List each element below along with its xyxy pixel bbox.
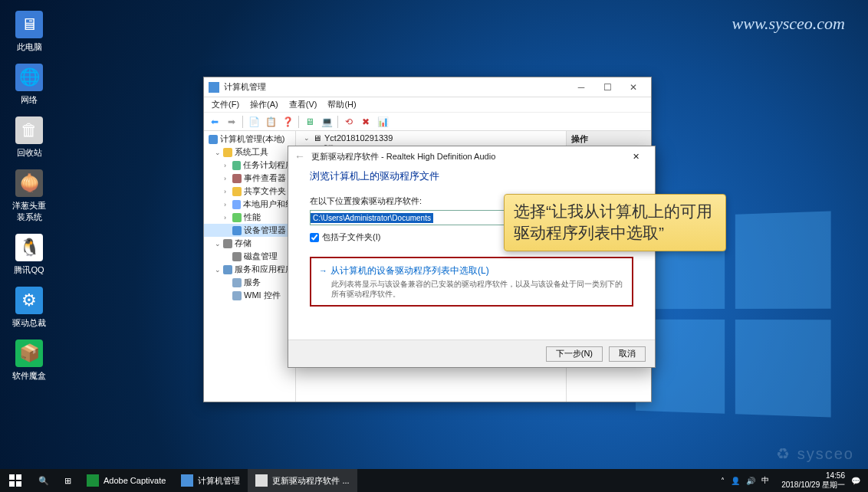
taskbar-search-icon[interactable]: 🔍	[31, 469, 57, 492]
tray-clock[interactable]: 14:56 2018/10/29 星期一	[775, 471, 845, 490]
watermark-url: www.sysceo.com	[732, 14, 845, 34]
watermark-brand: ♻ sysceo	[776, 444, 854, 463]
tree-systools[interactable]: ⌄系统工具	[204, 146, 295, 159]
mgmt-menubar: 文件(F) 操作(A) 查看(V) 帮助(H)	[204, 97, 651, 113]
desktop-icons: 🖥此电脑 🌐网络 🗑回收站 🧅洋葱头重装系统 🐧腾讯QQ ⚙驱动总裁 📦软件魔盒	[6, 6, 52, 392]
tool-icon[interactable]: 📊	[375, 114, 390, 130]
icon-reinstall[interactable]: 🧅洋葱头重装系统	[11, 169, 48, 223]
tree-perf[interactable]: ›性能	[204, 211, 295, 224]
system-tray[interactable]: ˄ 👤 🔊 中 14:56 2018/10/29 星期一 💬	[713, 471, 868, 490]
start-button[interactable]	[0, 469, 31, 492]
icon-network[interactable]: 🌐网络	[11, 64, 48, 106]
mgmt-icon	[209, 82, 219, 93]
mgmt-toolbar: ⬅ ➡ 📄 📋 ❓ 🖥 💻 ⟲ ✖ 📊	[204, 113, 651, 131]
path-value: C:\Users\Administrator\Documents	[311, 213, 433, 223]
maximize-button[interactable]: ☐	[594, 79, 620, 96]
tool-icon[interactable]: 📋	[263, 114, 278, 130]
tray-volume-icon[interactable]: 🔊	[746, 477, 755, 485]
tree-task[interactable]: ›任务计划程序	[204, 159, 295, 172]
tree-devmgr[interactable]: 设备管理器	[204, 224, 295, 237]
option-title: 从计算机的设备驱动程序列表中选取(L)	[330, 265, 489, 276]
taskbar: 🔍 ⊞ Adobe Captivate 计算机管理 更新驱动程序软件 ... ˄…	[0, 469, 868, 492]
tree-users[interactable]: ›本地用户和组	[204, 198, 295, 211]
next-button[interactable]: 下一步(N)	[546, 346, 603, 362]
tool-icon[interactable]: 🖥	[302, 114, 317, 130]
back-arrow-icon[interactable]: ←	[294, 150, 305, 162]
checkbox-input[interactable]	[310, 233, 319, 242]
tree-storage[interactable]: ⌄存储	[204, 237, 295, 250]
tool-icon[interactable]: 📄	[246, 114, 261, 130]
mgmt-titlebar[interactable]: 计算机管理 ─ ☐ ✕	[204, 77, 651, 97]
tree-root[interactable]: 计算机管理(本地)	[204, 133, 295, 146]
option-desc: 此列表将显示与该设备兼容的已安装的驱动程序软件，以及与该设备处于同一类别下的所有…	[331, 279, 624, 299]
cancel-button[interactable]: 取消	[609, 346, 646, 362]
dlg-footer: 下一步(N) 取消	[288, 339, 655, 367]
tool-delete-icon[interactable]: ✖	[358, 114, 373, 130]
annotation-callout: 选择“让我从计算机上的可用驱动程序列表中选取”	[504, 194, 726, 251]
nav-fwd-icon[interactable]: ➡	[224, 114, 239, 130]
taskbar-app-driver[interactable]: 更新驱动程序软件 ...	[248, 469, 357, 492]
tray-up-icon[interactable]: ˄	[721, 477, 725, 485]
nav-back-icon[interactable]: ⬅	[207, 114, 222, 130]
mgmt-tree[interactable]: 计算机管理(本地) ⌄系统工具 ›任务计划程序 ›事件查看器 ›共享文件夹 ›本…	[204, 131, 296, 402]
menu-help[interactable]: 帮助(H)	[323, 97, 360, 112]
tree-shared[interactable]: ›共享文件夹	[204, 185, 295, 198]
tray-ime[interactable]: 中	[761, 475, 769, 486]
menu-action[interactable]: 操作(A)	[245, 97, 283, 112]
taskbar-taskview-icon[interactable]: ⊞	[57, 469, 79, 492]
close-button[interactable]: ✕	[620, 79, 646, 96]
arrow-right-icon: →	[319, 266, 327, 275]
update-driver-dialog: ← 更新驱动程序软件 - Realtek High Definition Aud…	[288, 146, 656, 368]
pick-from-list-option[interactable]: →从计算机的设备驱动程序列表中选取(L) 此列表将显示与该设备兼容的已安装的驱动…	[310, 257, 633, 307]
svg-rect-0	[9, 474, 15, 480]
svg-rect-2	[9, 481, 15, 487]
device-computer[interactable]: ⌄🖥 Yct201810291339	[299, 133, 563, 143]
dlg-title-text: 更新驱动程序软件 - Realtek High Definition Audio	[311, 151, 495, 162]
menu-file[interactable]: 文件(F)	[207, 97, 244, 112]
menu-view[interactable]: 查看(V)	[284, 97, 322, 112]
icon-recycle[interactable]: 🗑回收站	[11, 116, 48, 159]
taskbar-app-mgmt[interactable]: 计算机管理	[173, 469, 248, 492]
icon-qq[interactable]: 🐧腾讯QQ	[11, 234, 48, 276]
icon-this-pc[interactable]: 🖥此电脑	[11, 11, 48, 53]
icon-software[interactable]: 📦软件魔盒	[11, 339, 48, 382]
tool-scan-icon[interactable]: ⟲	[341, 114, 357, 130]
taskbar-app-captivate[interactable]: Adobe Captivate	[79, 469, 173, 492]
mgmt-title: 计算机管理	[224, 81, 266, 93]
tree-services[interactable]: 服务	[204, 276, 295, 289]
minimize-button[interactable]: ─	[568, 79, 594, 96]
dlg-titlebar[interactable]: ← 更新驱动程序软件 - Realtek High Definition Aud…	[288, 146, 655, 166]
dlg-close-button[interactable]: ✕	[623, 148, 649, 165]
tree-diskmgr[interactable]: 磁盘管理	[204, 250, 295, 263]
tree-services-apps[interactable]: ⌄服务和应用程序	[204, 263, 295, 276]
svg-rect-3	[16, 481, 21, 487]
tree-event[interactable]: ›事件查看器	[204, 172, 295, 185]
tray-notification-icon[interactable]: 💬	[851, 477, 860, 485]
dlg-heading: 浏览计算机上的驱动程序文件	[310, 169, 633, 183]
icon-driver[interactable]: ⚙驱动总裁	[11, 287, 48, 329]
tool-icon[interactable]: 💻	[319, 114, 334, 130]
tray-people-icon[interactable]: 👤	[731, 477, 740, 485]
tree-wmi[interactable]: WMI 控件	[204, 289, 295, 302]
tool-icon[interactable]: ❓	[280, 114, 295, 130]
svg-rect-1	[16, 474, 21, 480]
